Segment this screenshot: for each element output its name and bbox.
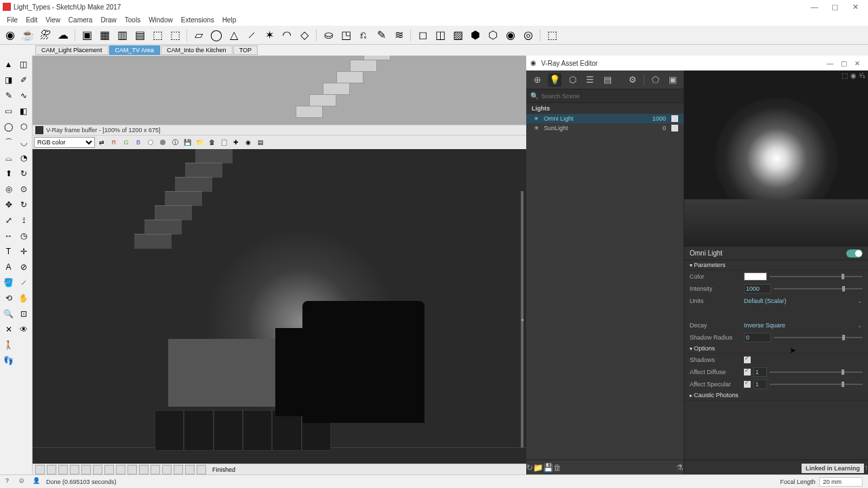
util-6-icon[interactable]: ◉ [503, 28, 518, 43]
ae-maximize-button[interactable]: ▢ [837, 60, 850, 67]
paint-tool-icon[interactable]: 🪣 [1, 275, 16, 290]
options-section[interactable]: Options [684, 344, 868, 354]
affect-diffuse-slider[interactable] [770, 371, 863, 373]
object-fur-icon[interactable]: ⎌ [356, 28, 371, 43]
vray-viewport-icon[interactable]: ⛈ [38, 28, 53, 43]
shadow-radius-input[interactable] [744, 333, 771, 342]
menu-file[interactable]: File [3, 16, 22, 24]
vray-batch-icon[interactable]: ▦ [97, 28, 112, 43]
vfb-s5-icon[interactable] [81, 465, 91, 474]
look-tool-icon[interactable]: 👁 [16, 322, 31, 337]
light-mesh-icon[interactable]: ◇ [297, 28, 312, 43]
sketchup-viewport[interactable] [33, 56, 526, 125]
correction-icon[interactable]: ▤ [255, 137, 266, 148]
render-tab-icon[interactable]: ☰ [583, 73, 597, 87]
light-dome-icon[interactable]: ◠ [279, 28, 294, 43]
light-item-sun[interactable]: ☀ SunLight 0 [526, 123, 684, 133]
rotrect-tool-icon[interactable]: ◧ [16, 104, 31, 119]
walk-tool-icon[interactable]: 🚶 [1, 338, 16, 352]
util-4-icon[interactable]: ⬢ [468, 28, 483, 43]
object-displacement-icon[interactable]: ≋ [391, 28, 406, 43]
sample-tool-icon[interactable]: ⟋ [16, 275, 31, 290]
render-button-icon[interactable]: ⬠ [648, 73, 662, 87]
camera-tab-icon[interactable]: ▣ [666, 73, 679, 87]
vfb-s10-icon[interactable] [139, 465, 149, 474]
util-1-icon[interactable]: ◻ [415, 28, 430, 43]
affect-specular-checkbox[interactable] [744, 381, 751, 388]
save-icon[interactable]: 💾 [543, 463, 553, 472]
util-8-icon[interactable]: ⬚ [545, 28, 559, 43]
offset-tool-icon[interactable]: ◎ [1, 182, 16, 197]
clear-render-icon[interactable]: 🗑 [206, 137, 217, 148]
region-render-icon[interactable]: ✚ [231, 137, 241, 148]
open-icon[interactable]: 📁 [533, 463, 543, 472]
pencil-tool-icon[interactable]: ✎ [1, 88, 16, 103]
refresh-preview-icon[interactable]: ◉ [850, 72, 856, 79]
shadow-radius-slider[interactable] [774, 337, 863, 338]
scene-tab-tv-area[interactable]: CAM_TV Area [109, 45, 161, 55]
menu-view[interactable]: View [41, 16, 64, 24]
prev-tool-icon[interactable] [16, 338, 31, 352]
rect-tool-icon[interactable]: ▭ [1, 104, 16, 119]
purge-icon[interactable]: ⚗ [676, 463, 684, 472]
vray-asset-icon[interactable]: ▥ [115, 28, 130, 43]
menu-draw[interactable]: Draw [96, 16, 120, 24]
help-icon[interactable]: ? [5, 477, 15, 487]
units-dropdown[interactable]: Default (Scalar) [744, 298, 863, 304]
size-preview-icon[interactable]: ¹⁄₁ [859, 72, 865, 79]
menu-window[interactable]: Window [144, 16, 177, 24]
arc2-tool-icon[interactable]: ◡ [16, 135, 31, 150]
scale-tool-icon[interactable]: ⤢ [1, 213, 16, 228]
vfb-s8-icon[interactable] [116, 465, 125, 474]
copy-render-icon[interactable]: 📋 [218, 137, 229, 148]
track-mouse-icon[interactable]: ◉ [243, 137, 254, 148]
outer-tool-icon[interactable]: ⊙ [16, 182, 31, 197]
scene-tab-light-placement[interactable]: CAM_Light Placement [35, 45, 108, 55]
scene-tab-top[interactable]: TOP [233, 45, 258, 55]
omni-enable-toggle[interactable] [671, 115, 678, 122]
ae-close-button[interactable]: ✕ [850, 60, 864, 67]
mono-white-icon[interactable] [145, 137, 156, 148]
walk3-tool-icon[interactable] [16, 353, 31, 368]
refresh-icon[interactable]: ↻ [526, 463, 533, 472]
orbit-tool-icon[interactable]: ⟲ [1, 291, 16, 306]
vfb-s13-icon[interactable] [174, 465, 183, 474]
settings-tab-icon[interactable]: ⚙ [626, 73, 639, 87]
vfb-s15-icon[interactable] [197, 465, 206, 474]
position-tool-icon[interactable]: ✕ [1, 322, 16, 337]
light-sphere-icon[interactable]: ◯ [209, 28, 224, 43]
render-view[interactable] [33, 149, 526, 464]
intensity-input[interactable] [744, 284, 771, 293]
affect-diffuse-checkbox[interactable] [744, 369, 751, 375]
shadows-checkbox[interactable] [744, 357, 751, 363]
blue-channel-button[interactable]: B [133, 137, 144, 148]
tape-tool-icon[interactable]: ⟟ [16, 213, 31, 228]
vfb-s12-icon[interactable] [162, 465, 172, 474]
decay-dropdown[interactable]: Inverse Square [744, 322, 863, 329]
pie-tool-icon[interactable]: ◔ [16, 150, 31, 165]
swap-icon[interactable]: ⇄ [96, 137, 107, 148]
menu-extensions[interactable]: Extensions [177, 16, 218, 24]
util-5-icon[interactable]: ⬡ [486, 28, 500, 43]
delete-icon[interactable]: 🗑 [553, 463, 561, 472]
util-3-icon[interactable]: ▨ [450, 28, 465, 43]
color-slider[interactable] [770, 276, 863, 277]
polygon-tool-icon[interactable]: ⬡ [16, 119, 31, 134]
light-omni-icon[interactable]: ✶ [262, 28, 277, 43]
undock-preview-icon[interactable]: ⬚ [842, 72, 848, 79]
line-tool-icon[interactable]: ✐ [16, 73, 31, 87]
light-plane-icon[interactable]: ▱ [191, 28, 206, 43]
vfb-s14-icon[interactable] [185, 465, 195, 474]
dimension-tool-icon[interactable]: ↔ [1, 228, 16, 243]
maximize-button[interactable]: ▢ [825, 3, 845, 12]
vfb-s7-icon[interactable] [104, 465, 114, 474]
arc3-tool-icon[interactable]: ⌓ [1, 150, 16, 165]
menu-help[interactable]: Help [218, 16, 241, 24]
zoom-tool-icon[interactable]: 🔍 [1, 306, 16, 321]
channel-select[interactable]: RGB color [34, 137, 95, 148]
select-tool-icon[interactable]: ▲ [1, 57, 16, 72]
light-spot-icon[interactable]: △ [226, 28, 241, 43]
caustic-section[interactable]: Caustic Photons [684, 390, 868, 401]
close-button[interactable]: ✕ [845, 3, 865, 12]
followme-tool-icon[interactable]: ↻ [16, 166, 31, 181]
